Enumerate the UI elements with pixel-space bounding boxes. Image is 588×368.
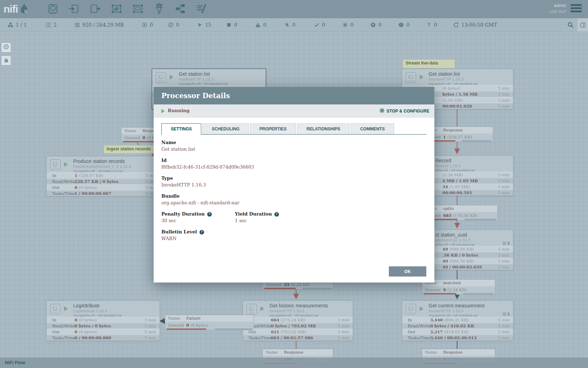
processor-title: Get current measurement (429, 303, 485, 308)
output-port-toolbar-button[interactable] (89, 3, 102, 15)
navigate-palette-button[interactable] (1, 42, 11, 53)
flow-status-bar: 1 / 12920 / 264.29 MB00150000000?013:00:… (0, 18, 588, 32)
stat-row: Tasks/Time0 / 00:00:00.0005 min (47, 335, 160, 341)
processor-icon (50, 304, 61, 314)
help-icon[interactable]: ? (200, 230, 204, 234)
processor-toolbar-button[interactable] (47, 3, 59, 15)
stat-row: Tasks/Time3,440 / 00:02:40.9135 min (402, 335, 513, 341)
input-port-toolbar-button[interactable] (68, 3, 80, 15)
stat-row: Tasks/Time1 / 00:00:00.0675 min (47, 190, 161, 196)
compass-icon (3, 44, 9, 51)
status-queued-list: 920 / 264.29 MB (74, 18, 124, 32)
stat-row: In1 (228.57 KB)5 min (47, 172, 161, 178)
status-up-to-date: 0 (314, 18, 325, 32)
queued-list-icon (74, 22, 80, 28)
processor-title: Produce station records (73, 158, 131, 164)
processor-title: ct station_uuid (435, 232, 475, 238)
backpressure-bars (422, 293, 495, 294)
status-last-refreshed[interactable]: 13:00:58 GMT (453, 18, 497, 32)
processor[interactable]: Get current measurementInvokeHTTP 1.16.3… (402, 300, 513, 341)
canvas-label[interactable]: Stream live-data (402, 59, 455, 68)
stat-row: Read/Write0 bytes / 0 bytes5 min (47, 323, 160, 329)
current-user: admin (554, 3, 566, 8)
field-yield-duration: Yield Duration? 1 sec (235, 211, 308, 224)
settings-fields: Name Get station list Id f8fbeb32-fc46-3… (161, 139, 427, 247)
status-locally-modified-stale: 0 (398, 18, 410, 32)
gear-icon (379, 108, 386, 114)
processor[interactable]: LogAttributeLogAttribute 1.16.3org.apach… (46, 300, 160, 341)
stop-configure-label: STOP & CONFIGURE (386, 109, 429, 114)
panel-toggle-icon[interactable] (578, 18, 588, 32)
process-group-icon (111, 3, 122, 15)
tab-settings[interactable]: SETTINGS (161, 123, 201, 135)
queued-count: 0 (0 bytes) (186, 322, 208, 329)
processor-details-dialog: Processor Details Running (154, 87, 434, 282)
dialog-status-band: Running STOP & CONFIGURE (154, 104, 434, 118)
queued-count: 685 (178.56 KB) (443, 212, 477, 219)
field-type: Type InvokeHTTP 1.16.3 (161, 175, 427, 188)
stat-row: Read/Write0 bytes / 703.02 MB5 min (243, 323, 353, 329)
stopped-icon (226, 22, 232, 28)
counter-badge: 1 (503, 312, 510, 316)
connection-label[interactable]: NameFailureQueued0 (0 bytes) (165, 315, 254, 330)
nifi-drop-icon (18, 2, 29, 16)
tab-properties[interactable]: PROPERTIES (250, 123, 296, 134)
locally-modified-stale-icon (398, 22, 404, 28)
output-port-icon (89, 3, 101, 15)
breadcrumb[interactable]: NiFi Flow (5, 360, 25, 365)
logout-link[interactable]: LOG OUT (549, 10, 566, 14)
status-invalid: 0 (255, 18, 266, 32)
status-cluster: 1 / 1 (8, 18, 27, 32)
operate-palette-button[interactable] (1, 55, 11, 66)
funnel-toolbar-button[interactable] (153, 3, 166, 15)
status-transmitting: 0 (142, 18, 153, 32)
processor-title: Get station list (179, 71, 228, 77)
dialog-title: Processor Details (161, 91, 230, 100)
stat-row: Read/Write228.57 KB / 0 bytes5 min (47, 178, 161, 184)
stat-row: Out621 (703.02 MB)5 min (243, 329, 353, 335)
global-menu-icon[interactable] (570, 4, 582, 13)
status-running: 15 (197, 18, 211, 32)
stat-row: In3,440 (896.31 KB)5 min (402, 317, 513, 323)
not-transmitting-icon (168, 22, 174, 28)
processor-type: LogAttribute 1.16.3 (73, 308, 122, 313)
remote-process-group-toolbar-button[interactable] (132, 3, 145, 15)
tab-scheduling[interactable]: SCHEDULING (202, 123, 249, 134)
template-toolbar-button[interactable] (174, 3, 187, 15)
processor-icon (246, 304, 257, 314)
processor-title: Get historic measurements (270, 303, 328, 308)
transmitting-icon (142, 22, 147, 28)
stale-icon (370, 22, 376, 28)
tab-comments[interactable]: COMMENTS (351, 123, 394, 134)
stop-configure-button[interactable]: STOP & CONFIGURE (377, 108, 432, 115)
processor-icon (47, 3, 59, 15)
help-icon[interactable]: ? (274, 212, 279, 217)
run-status-icon (64, 306, 68, 311)
field-id: Id f8fbeb32-fc46-31cf-829d-074d09e36603 (161, 157, 427, 170)
processor[interactable]: Produce station recordsPublishKafkaRecor… (46, 156, 161, 197)
status-stopped: 0 (226, 18, 237, 32)
tab-relationships[interactable]: RELATIONSHIPS (297, 123, 350, 134)
processor[interactable]: Get historic measurementsInvokeHTTP 1.16… (243, 300, 353, 341)
cluster-icon (8, 22, 13, 28)
backpressure-bars (263, 288, 333, 289)
help-icon[interactable]: ? (207, 212, 212, 217)
search-icon[interactable] (565, 18, 576, 32)
connection-name: Failure (186, 315, 201, 322)
connection-name: matched (443, 280, 461, 286)
queued-count: 9 (2.24 KB) (443, 287, 467, 293)
nifi-logo[interactable]: nifi (4, 2, 29, 16)
field-bulletin-level: Bulletin Level? WARN (161, 229, 427, 242)
dialog-body: SETTINGSSCHEDULINGPROPERTIESRELATIONSHIP… (154, 118, 434, 282)
processor-icon (406, 304, 416, 314)
processor-type: Record 1.16.3 (435, 163, 475, 168)
template-icon (174, 3, 186, 15)
process-group-toolbar-button[interactable] (111, 3, 123, 15)
ok-button[interactable]: OK (389, 266, 426, 277)
run-status-icon (420, 75, 424, 80)
remote-process-group-icon (132, 3, 144, 15)
app-header: nifi admin LOG OUT (0, 0, 588, 18)
label-toolbar-button[interactable] (196, 3, 208, 15)
running-status-label: Running (168, 108, 190, 113)
processor-title: Get station list (429, 71, 478, 77)
